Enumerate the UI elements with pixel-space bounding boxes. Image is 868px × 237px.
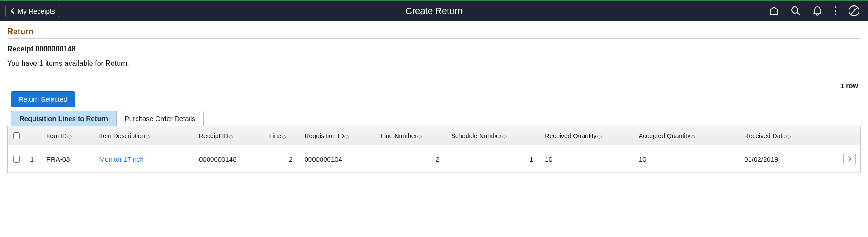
cell-item-id: FRA-03 <box>43 145 96 173</box>
col-recv-qty[interactable]: Received Quantity◇ <box>541 126 635 145</box>
svg-point-2 <box>835 6 836 8</box>
col-item-desc-label: Item Description <box>99 132 145 139</box>
cell-idx: 1 <box>27 145 43 173</box>
section-title: Return <box>7 27 861 39</box>
tab-purchase-order-details[interactable]: Purchase Order Details <box>116 111 204 126</box>
row-checkbox[interactable] <box>13 156 20 163</box>
search-icon[interactable] <box>790 5 801 16</box>
col-recv-date[interactable]: Received Date◇ <box>741 126 835 145</box>
more-icon[interactable] <box>834 6 837 16</box>
svg-point-3 <box>835 10 836 12</box>
svg-line-6 <box>851 8 857 14</box>
col-recv-qty-label: Received Quantity <box>545 132 596 139</box>
col-line-num[interactable]: Line Number◇ <box>377 126 448 145</box>
col-sched-num[interactable]: Schedule Number◇ <box>448 126 542 145</box>
back-button[interactable]: My Receipts <box>5 5 60 17</box>
receipt-label: Receipt 0000000148 <box>7 45 861 53</box>
back-label: My Receipts <box>18 7 55 15</box>
col-receipt-id[interactable]: Receipt ID◇ <box>195 126 266 145</box>
col-item-id-label: Item ID <box>47 132 67 139</box>
content: Return Receipt 0000000148 You have 1 ite… <box>0 21 868 182</box>
row-count: 1 row <box>7 82 861 89</box>
available-text: You have 1 items available for Return. <box>7 60 861 75</box>
table-row: 1 FRA-03 Monitor 17inch 0000000148 2 000… <box>8 145 860 173</box>
col-item-id[interactable]: Item ID◇ <box>43 126 96 145</box>
cell-recv-date: 01/02/2019 <box>741 145 835 173</box>
cell-acc-qty: 10 <box>635 145 741 173</box>
sort-icon: ◇ <box>145 134 150 139</box>
top-bar: My Receipts Create Return <box>0 0 868 21</box>
page-title: Create Return <box>406 6 462 16</box>
sort-icon: ◇ <box>229 134 234 139</box>
col-receipt-id-label: Receipt ID <box>199 132 228 139</box>
cell-receipt-id: 0000000148 <box>195 145 266 173</box>
cell-line-num: 2 <box>377 145 448 173</box>
home-icon[interactable] <box>769 5 779 16</box>
sort-icon: ◇ <box>502 134 507 139</box>
cell-recv-qty: 10 <box>541 145 635 173</box>
chevron-left-icon <box>10 8 15 14</box>
col-line[interactable]: Line◇ <box>266 126 301 145</box>
cell-item-desc-link[interactable]: Monitor 17inch <box>99 155 144 163</box>
cell-line: 2 <box>266 145 301 173</box>
col-item-desc[interactable]: Item Description◇ <box>96 126 196 145</box>
sort-icon: ◇ <box>67 134 72 139</box>
topbar-icons <box>769 5 868 17</box>
sort-icon: ◇ <box>597 134 602 139</box>
return-selected-button[interactable]: Return Selected <box>11 91 75 107</box>
sort-icon: ◇ <box>691 134 696 139</box>
col-actions <box>835 126 860 145</box>
bell-icon[interactable] <box>812 5 823 16</box>
sort-icon: ◇ <box>417 134 422 139</box>
col-line-num-label: Line Number <box>381 132 417 139</box>
col-recv-date-label: Received Date <box>744 132 786 139</box>
sort-icon: ◇ <box>786 134 791 139</box>
col-line-label: Line <box>269 132 281 139</box>
tabs: Requisition Lines to Return Purchase Ord… <box>7 111 861 126</box>
col-req-id-label: Requisition ID <box>305 132 344 139</box>
tab-requisition-lines[interactable]: Requisition Lines to Return <box>11 111 117 126</box>
sort-icon: ◇ <box>344 134 349 139</box>
svg-point-0 <box>792 7 798 13</box>
action-row: Return Selected <box>7 91 861 107</box>
col-select-all[interactable] <box>8 126 27 145</box>
chevron-right-icon <box>848 156 851 162</box>
col-sched-num-label: Schedule Number <box>451 132 502 139</box>
select-all-checkbox[interactable] <box>13 132 20 139</box>
col-acc-qty[interactable]: Accepted Quantity◇ <box>635 126 741 145</box>
svg-line-1 <box>797 12 800 15</box>
row-detail-button[interactable] <box>843 153 856 165</box>
grid: Item ID◇ Item Description◇ Receipt ID◇ L… <box>7 126 861 173</box>
col-idx <box>27 126 43 145</box>
compass-icon[interactable] <box>848 5 860 17</box>
cell-req-id: 0000000104 <box>301 145 377 173</box>
col-acc-qty-label: Accepted Quantity <box>639 132 690 139</box>
svg-point-4 <box>835 14 836 15</box>
col-req-id[interactable]: Requisition ID◇ <box>301 126 377 145</box>
cell-sched-num: 1 <box>448 145 542 173</box>
sort-icon: ◇ <box>282 134 287 139</box>
